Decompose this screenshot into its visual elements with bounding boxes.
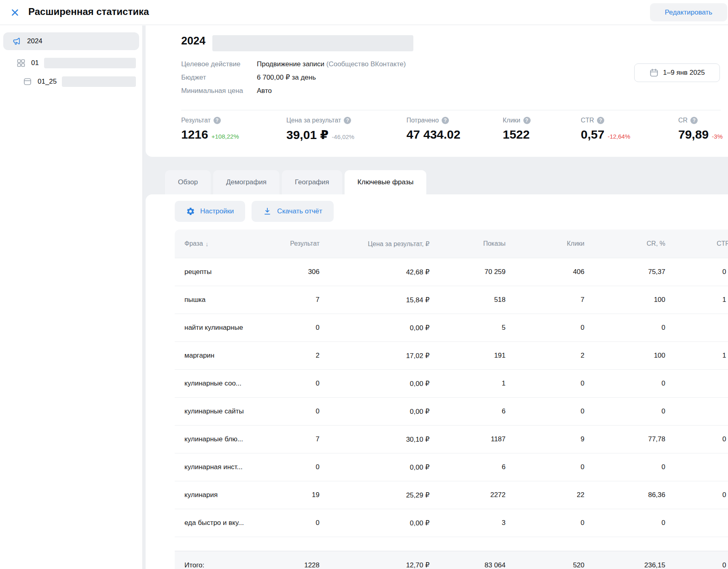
sidebar-item-group-01[interactable]: 01 <box>3 54 139 72</box>
megaphone-icon <box>12 36 22 46</box>
cr-cell: 100 <box>584 352 665 360</box>
impressions-cell: 6 <box>430 407 506 415</box>
table-header-row: Фраза↓ Результат Цена за результат, ₽ По… <box>175 230 728 258</box>
result-cell: 19 <box>251 491 320 499</box>
total-cr: 236,15 <box>584 561 665 569</box>
page-title: Расширенная статистика <box>28 6 149 17</box>
table-row: кулинарная инст... 0 0,00 ₽ 6 0 0 <box>175 453 728 481</box>
download-label: Скачать отчёт <box>277 207 322 215</box>
sidebar-item-label: 2024 <box>27 37 42 45</box>
clicks-cell: 0 <box>506 407 584 415</box>
partial-row <box>175 537 728 551</box>
table-row: кулинарные сайты 0 0,00 ₽ 6 0 0 <box>175 397 728 425</box>
sidebar-item-campaign-2024[interactable]: 2024 <box>3 32 139 50</box>
impressions-cell: 1187 <box>430 435 506 443</box>
table-footer-row: Итого: 1228 12,70 ₽ 83 064 520 236,15 0 <box>175 551 728 569</box>
cost-cell: 25,29 ₽ <box>320 491 430 499</box>
table-row: рецепты 306 42,68 ₽ 70 259 406 75,37 0 <box>175 258 728 286</box>
help-icon[interactable]: ? <box>690 117 698 124</box>
phrase-cell: кулинарная инст... <box>175 463 251 471</box>
help-icon[interactable]: ? <box>597 117 604 124</box>
tab-overview[interactable]: Обзор <box>165 170 211 194</box>
clicks-cell: 0 <box>506 379 584 388</box>
cost-cell: 42,68 ₽ <box>320 268 430 276</box>
cost-cell: 15,84 ₽ <box>320 296 430 304</box>
phrase-cell: кулинарные сайты <box>175 407 251 415</box>
divider <box>181 110 721 110</box>
cost-cell: 0,00 ₽ <box>320 407 430 416</box>
campaign-summary-card: 2024 Целевое действие Продвижение записи… <box>146 25 728 157</box>
cost-cell: 17,02 ₽ <box>320 352 430 360</box>
close-icon <box>10 7 20 18</box>
help-icon[interactable]: ? <box>523 117 531 124</box>
result-cell: 7 <box>251 296 320 304</box>
help-icon[interactable]: ? <box>344 117 351 124</box>
impressions-cell: 1 <box>430 379 506 388</box>
impressions-cell: 518 <box>430 296 506 304</box>
phrase-cell: пышка <box>175 296 251 304</box>
key-phrases-table: Фраза↓ Результат Цена за результат, ₽ По… <box>175 230 728 569</box>
column-header-result[interactable]: Результат <box>251 240 320 247</box>
stat-result: Результат? 1216+108,22% <box>181 117 239 141</box>
gear-icon <box>186 207 195 216</box>
table-row: еда быстро и вку... 0 0,00 ₽ 3 0 0 <box>175 509 728 537</box>
sidebar-item-label: 01_25 <box>38 78 57 86</box>
cr-cell: 75,37 <box>584 268 665 276</box>
cr-cell: 0 <box>584 519 665 527</box>
meta-value: Авто <box>257 87 406 95</box>
cr-cell: 0 <box>584 463 665 471</box>
stat-delta: -46,02% <box>332 133 354 140</box>
clicks-cell: 9 <box>506 435 584 443</box>
download-report-button[interactable]: Скачать отчёт <box>252 201 333 222</box>
result-cell: 0 <box>251 463 320 471</box>
table-row: кулинарные соо... 0 0,00 ₽ 1 0 0 <box>175 369 728 397</box>
column-header-ctr[interactable]: CTR <box>665 240 728 247</box>
column-header-phrase[interactable]: Фраза↓ <box>175 240 251 247</box>
clicks-cell: 406 <box>506 268 584 276</box>
column-header-cost-per-result[interactable]: Цена за результат, ₽ <box>320 240 430 248</box>
main-panel: 2024 Целевое действие Продвижение записи… <box>143 25 728 569</box>
campaign-tree-sidebar: 2024 01 01_25 <box>0 25 143 569</box>
table-row: кулинарные блю... 7 30,10 ₽ 1187 9 77,78… <box>175 425 728 453</box>
redacted-block <box>62 76 136 87</box>
result-cell: 0 <box>251 379 320 388</box>
phrase-cell: маргарин <box>175 352 251 360</box>
stat-delta: -12,64% <box>607 133 630 140</box>
meta-label: Целевое действие <box>181 60 257 68</box>
sort-desc-icon: ↓ <box>205 240 209 247</box>
total-ctr: 0 <box>665 561 728 569</box>
clicks-cell: 7 <box>506 296 584 304</box>
edit-button[interactable]: Редактировать <box>650 3 727 21</box>
column-header-impressions[interactable]: Показы <box>430 240 506 247</box>
table-body: рецепты 306 42,68 ₽ 70 259 406 75,37 0 п… <box>175 258 728 537</box>
calendar-icon <box>649 68 659 78</box>
clicks-cell: 0 <box>506 519 584 527</box>
tab-demography[interactable]: Демография <box>213 170 279 194</box>
settings-button[interactable]: Настройки <box>175 201 245 222</box>
date-range-picker[interactable]: 1–9 янв 2025 <box>634 63 720 82</box>
impressions-cell: 2272 <box>430 491 506 499</box>
column-header-cr[interactable]: CR, % <box>584 240 665 247</box>
meta-label: Минимальная цена <box>181 87 257 95</box>
table-row: маргарин 2 17,02 ₽ 191 2 100 1 <box>175 341 728 369</box>
cr-cell: 100 <box>584 296 665 304</box>
sidebar-item-ad-01-25[interactable]: 01_25 <box>3 73 139 91</box>
total-impressions: 83 064 <box>430 561 506 569</box>
cr-cell: 77,78 <box>584 435 665 443</box>
column-header-clicks[interactable]: Клики <box>506 240 584 247</box>
ctr-cell: 0 <box>665 268 728 276</box>
tab-geography[interactable]: География <box>282 170 342 194</box>
clicks-cell: 0 <box>506 463 584 471</box>
stat-delta: +108,22% <box>212 133 239 140</box>
meta-value: Продвижение записи (Сообщество ВКонтакте… <box>257 60 406 68</box>
download-icon <box>263 207 272 216</box>
modal-header: Расширенная статистика Редактировать <box>0 0 728 25</box>
stat-spent: Потрачено? 47 434.02 <box>406 117 460 141</box>
table-row: пышка 7 15,84 ₽ 518 7 100 1 <box>175 286 728 314</box>
tab-key-phrases[interactable]: Ключевые фразы <box>345 170 427 194</box>
help-icon[interactable]: ? <box>442 117 449 124</box>
result-cell: 306 <box>251 268 320 276</box>
sidebar-item-label: 01 <box>31 59 39 67</box>
close-button[interactable] <box>9 7 21 18</box>
help-icon[interactable]: ? <box>214 117 221 124</box>
